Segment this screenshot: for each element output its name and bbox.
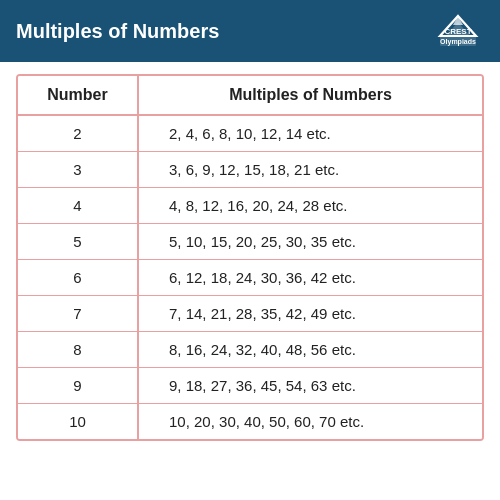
table-row: 77, 14, 21, 28, 35, 42, 49 etc. bbox=[18, 296, 482, 332]
table-row: 99, 18, 27, 36, 45, 54, 63 etc. bbox=[18, 368, 482, 404]
col-number-header: Number bbox=[18, 76, 138, 115]
cell-number: 7 bbox=[18, 296, 138, 332]
svg-text:Olympiads: Olympiads bbox=[440, 38, 476, 46]
cell-multiples: 7, 14, 21, 28, 35, 42, 49 etc. bbox=[138, 296, 482, 332]
multiples-table: Number Multiples of Numbers 22, 4, 6, 8,… bbox=[18, 76, 482, 439]
cell-multiples: 5, 10, 15, 20, 25, 30, 35 etc. bbox=[138, 224, 482, 260]
table-wrapper: Number Multiples of Numbers 22, 4, 6, 8,… bbox=[16, 74, 484, 441]
cell-multiples: 9, 18, 27, 36, 45, 54, 63 etc. bbox=[138, 368, 482, 404]
cell-multiples: 10, 20, 30, 40, 50, 60, 70 etc. bbox=[138, 404, 482, 440]
cell-number: 9 bbox=[18, 368, 138, 404]
col-multiples-header: Multiples of Numbers bbox=[138, 76, 482, 115]
crest-logo-icon: Olympiads CREST bbox=[432, 12, 484, 50]
cell-multiples: 3, 6, 9, 12, 15, 18, 21 etc. bbox=[138, 152, 482, 188]
table-row: 55, 10, 15, 20, 25, 30, 35 etc. bbox=[18, 224, 482, 260]
cell-number: 5 bbox=[18, 224, 138, 260]
cell-multiples: 8, 16, 24, 32, 40, 48, 56 etc. bbox=[138, 332, 482, 368]
table-row: 1010, 20, 30, 40, 50, 60, 70 etc. bbox=[18, 404, 482, 440]
main-content: Number Multiples of Numbers 22, 4, 6, 8,… bbox=[0, 62, 500, 500]
logo: Olympiads CREST bbox=[432, 12, 484, 50]
cell-number: 4 bbox=[18, 188, 138, 224]
table-row: 88, 16, 24, 32, 40, 48, 56 etc. bbox=[18, 332, 482, 368]
cell-number: 8 bbox=[18, 332, 138, 368]
page-header: Multiples of Numbers Olympiads CREST bbox=[0, 0, 500, 62]
cell-number: 2 bbox=[18, 115, 138, 152]
cell-number: 3 bbox=[18, 152, 138, 188]
svg-text:CREST: CREST bbox=[444, 27, 471, 36]
table-row: 44, 8, 12, 16, 20, 24, 28 etc. bbox=[18, 188, 482, 224]
cell-number: 6 bbox=[18, 260, 138, 296]
table-row: 66, 12, 18, 24, 30, 36, 42 etc. bbox=[18, 260, 482, 296]
cell-multiples: 4, 8, 12, 16, 20, 24, 28 etc. bbox=[138, 188, 482, 224]
cell-multiples: 6, 12, 18, 24, 30, 36, 42 etc. bbox=[138, 260, 482, 296]
cell-multiples: 2, 4, 6, 8, 10, 12, 14 etc. bbox=[138, 115, 482, 152]
table-row: 22, 4, 6, 8, 10, 12, 14 etc. bbox=[18, 115, 482, 152]
page-title: Multiples of Numbers bbox=[16, 20, 219, 43]
table-row: 33, 6, 9, 12, 15, 18, 21 etc. bbox=[18, 152, 482, 188]
cell-number: 10 bbox=[18, 404, 138, 440]
table-header-row: Number Multiples of Numbers bbox=[18, 76, 482, 115]
